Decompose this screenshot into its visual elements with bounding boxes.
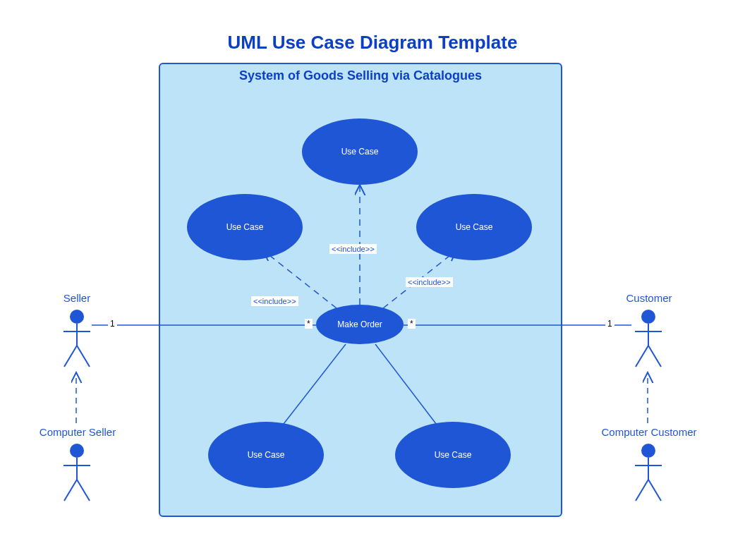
svg-point-19 (641, 310, 655, 324)
svg-line-12 (64, 346, 77, 367)
usecase-bottom-left: Use Case (208, 422, 324, 488)
usecase-bottom-right: Use Case (395, 422, 511, 488)
actor-computer-seller-icon (61, 443, 93, 504)
svg-line-17 (64, 480, 77, 501)
svg-line-28 (648, 480, 661, 501)
svg-point-9 (70, 310, 84, 324)
stereotype-include-right: <<include>> (406, 277, 453, 287)
svg-line-13 (77, 346, 90, 367)
multiplicity-center-right-star: * (408, 319, 416, 329)
actor-seller-icon (61, 309, 93, 370)
usecase-top-right: Use Case (416, 194, 532, 260)
usecase-top: Use Case (302, 118, 418, 185)
actor-computer-customer-icon (632, 443, 665, 504)
svg-line-23 (648, 346, 661, 367)
actor-computer-seller-label: Computer Seller (28, 426, 127, 438)
svg-line-27 (636, 480, 648, 501)
usecase-make-order: Make Order (316, 305, 404, 344)
multiplicity-center-left-star: * (305, 319, 313, 329)
svg-point-24 (641, 444, 655, 458)
actor-computer-customer-label: Computer Customer (593, 426, 705, 438)
svg-line-22 (636, 346, 648, 367)
usecase-top-left: Use Case (187, 194, 303, 260)
stereotype-include-left: <<include>> (251, 296, 298, 306)
diagram-title: UML Use Case Diagram Template (0, 32, 745, 54)
actor-customer-icon (632, 309, 665, 370)
svg-point-14 (70, 444, 84, 458)
multiplicity-customer-1: 1 (605, 319, 614, 329)
system-title: System of Goods Selling via Catalogues (160, 68, 561, 83)
multiplicity-seller-1: 1 (108, 319, 117, 329)
actor-customer-label: Customer (614, 292, 684, 304)
stereotype-include-center: <<include>> (329, 244, 377, 254)
actor-seller-label: Seller (52, 292, 102, 304)
svg-line-18 (77, 480, 90, 501)
